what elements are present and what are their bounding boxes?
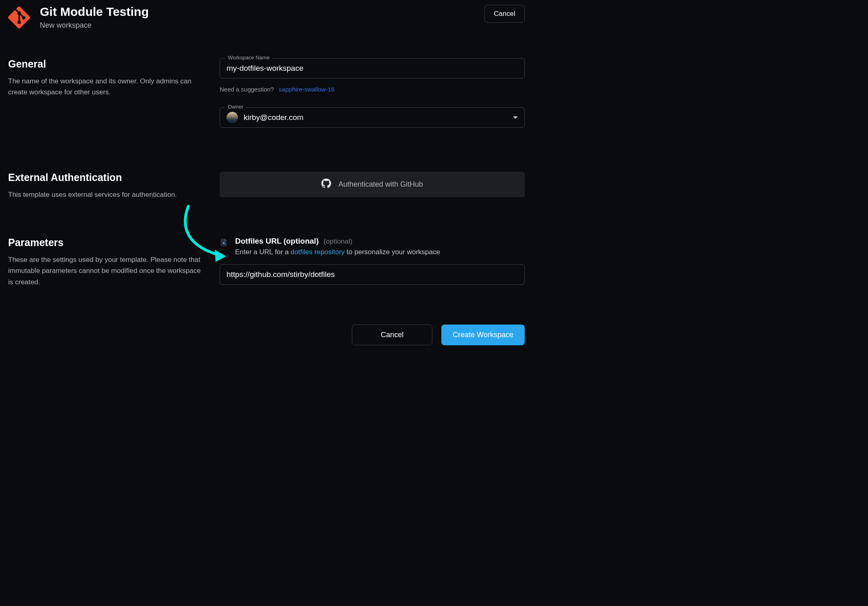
git-icon [8, 7, 30, 28]
dotfiles-icon [220, 238, 229, 247]
github-icon [321, 179, 331, 190]
owner-field: Owner kirby@coder.com [220, 107, 525, 128]
suggestion-link[interactable]: sapphire-swallow-16 [279, 86, 335, 93]
section-external-auth: External Authentication This template us… [8, 172, 525, 200]
dotfiles-repo-link[interactable]: dotfiles repository [290, 248, 345, 256]
section-heading-auth: External Authentication [8, 172, 203, 183]
section-desc-params: These are the settings used by your temp… [8, 254, 203, 288]
suggestion-row: Need a suggestion? sapphire-swallow-16 [220, 86, 525, 93]
chevron-down-icon [513, 116, 518, 119]
owner-value: kirby@coder.com [244, 113, 507, 122]
create-workspace-button[interactable]: Create Workspace [441, 325, 525, 345]
page-header: Git Module Testing New workspace Cancel [8, 5, 525, 30]
cancel-button-header[interactable]: Cancel [484, 5, 525, 23]
dotfiles-url-input[interactable] [220, 264, 525, 285]
workspace-name-input[interactable] [220, 58, 525, 78]
svg-point-0 [223, 242, 225, 244]
param-dotfiles-header: Dotfiles URL (optional) (optional) Enter… [220, 237, 525, 256]
page-title: Git Module Testing [40, 5, 149, 19]
param-dotfiles-desc: Enter a URL for a dotfiles repository to… [235, 248, 440, 256]
dotfiles-url-field [220, 264, 525, 285]
cancel-button-footer[interactable]: Cancel [352, 325, 432, 345]
auth-status-bar[interactable]: Authenticated with GitHub [220, 172, 525, 197]
section-parameters: Parameters These are the settings used b… [8, 237, 525, 292]
param-dotfiles-title: Dotfiles URL (optional) [235, 237, 318, 246]
section-heading-general: General [8, 58, 203, 70]
workspace-name-label: Workspace Name [225, 54, 272, 61]
param-desc-prefix: Enter a URL for a [235, 248, 290, 256]
owner-select[interactable]: kirby@coder.com [220, 107, 525, 128]
auth-status-text: Authenticated with GitHub [338, 180, 423, 189]
owner-label: Owner [225, 104, 246, 110]
section-general: General The name of the workspace and it… [8, 58, 525, 135]
page-subtitle: New workspace [40, 21, 149, 30]
param-optional-tag: (optional) [323, 238, 352, 246]
header-text: Git Module Testing New workspace [40, 5, 149, 30]
suggestion-prompt: Need a suggestion? [220, 86, 274, 93]
section-desc-auth: This template uses external services for… [8, 189, 203, 200]
header-left: Git Module Testing New workspace [8, 5, 149, 30]
param-desc-suffix: to personalize your workspace [345, 248, 440, 256]
section-desc-general: The name of the workspace and its owner.… [8, 76, 203, 98]
footer-actions: Cancel Create Workspace [8, 308, 525, 345]
workspace-name-field: Workspace Name [220, 58, 525, 78]
section-heading-params: Parameters [8, 237, 203, 249]
avatar [227, 112, 238, 123]
